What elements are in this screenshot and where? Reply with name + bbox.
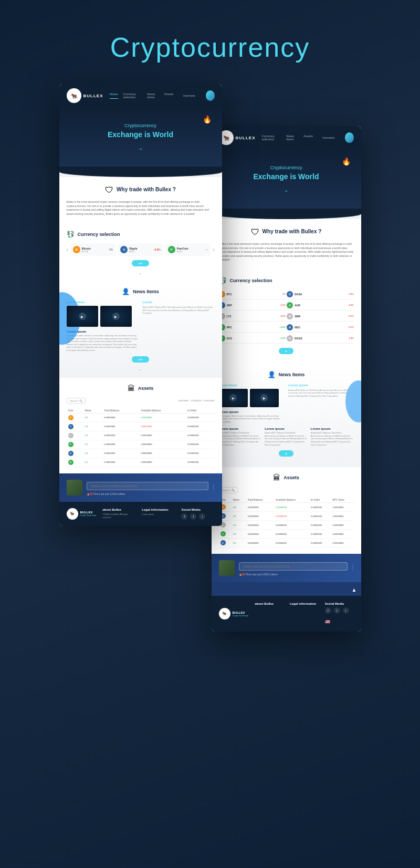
video-thumb-2-right[interactable]: ▶: [250, 389, 279, 407]
social-fb-left[interactable]: f: [181, 513, 187, 520]
row-total-xmr-right: 0.00000000: [246, 512, 274, 521]
news-category-right: Latest News: [219, 384, 285, 387]
coin-change-dash-right: -5.4%: [325, 293, 354, 295]
news-item-1-right: Lorem ipsum BalanceBTC Balance Total New…: [219, 427, 262, 446]
footer-col-legal-right: Legal information: [290, 602, 319, 625]
social-ig-left[interactable]: i: [199, 513, 205, 520]
news-category-left: Latest News: [67, 301, 139, 304]
row-total-ltc-left: 0.00000000: [102, 431, 139, 440]
coin-card-xrp[interactable]: X Ripple $0.31 -3.8%: [118, 243, 163, 256]
news-content-left: Latest News ▶ ▶ Lorem ipsum Lorem ipsum …: [67, 301, 215, 352]
nav-currency-right[interactable]: Currency selection: [262, 135, 281, 141]
why-text-right: Bullex is the most advanced crypto curre…: [219, 242, 354, 262]
scroll-up-right: ▲: [212, 582, 361, 596]
row-name-aud-left: OK: [83, 458, 103, 467]
footer-col-social-left: Social Media f t i: [181, 508, 214, 520]
currency-row-xmr-right[interactable]: M XMR -1.2%: [287, 312, 354, 322]
news-item-2-right: Lorem ipsum BalanceBTC Balance Total New…: [265, 427, 308, 446]
video-thumb-1[interactable]: ▶: [67, 306, 98, 327]
hero-subtitle-left: Cryptocurrency: [67, 123, 215, 128]
news-right-text-right: BalanceBTC Balance Total News Announceme…: [288, 389, 354, 398]
row-total-ltc-right: 0.00000000: [246, 521, 274, 530]
footer-col-about-left: about Bullex © Bullex by Bullex All righ…: [102, 508, 135, 520]
currency-row-dash-right[interactable]: D DASH -5.4%: [287, 290, 354, 299]
why-title-left: Why trade with Bullex ?: [117, 187, 176, 192]
currency-row-xvg-right[interactable]: V XVG +1.2%: [219, 334, 286, 344]
nav-bar-left: 🐂 BULLEX Home Currency selection News it…: [59, 84, 222, 107]
carousel-prev-left[interactable]: ‹: [67, 247, 68, 253]
cta-fb-icon-left[interactable]: f: [213, 483, 215, 492]
news-show-more-right[interactable]: ▲: [279, 450, 294, 457]
cta-fb-icon-right[interactable]: f: [352, 564, 354, 572]
coin-icon-doge-right: D: [287, 335, 293, 342]
currency-show-more-left[interactable]: see: [132, 260, 149, 266]
row-avail-aud-left: 0.00000000: [139, 458, 186, 467]
row-order-ppc-right: 0.00000000: [309, 530, 331, 539]
news-icon-left: 👤: [122, 288, 130, 295]
nav-home[interactable]: Home: [110, 92, 118, 99]
currency-row-xrp-right[interactable]: X XRP -0.5%: [219, 301, 286, 311]
assets-table-right: Coin Name Total Balance Available Balanc…: [219, 498, 354, 547]
nav-links-right: Currency selection News items Assets: [262, 135, 313, 141]
cta-content-right: 🔥❤️ First Last and 13321 others: [239, 560, 348, 576]
nav-news[interactable]: News items: [147, 92, 159, 99]
video-thumb-2[interactable]: ▶: [100, 306, 132, 327]
scroll-up-icon-right[interactable]: ▲: [352, 587, 357, 593]
nav-links-left: Home Currency selection News items Asset…: [110, 92, 174, 99]
coin-card-ppc[interactable]: P PeerCoin $1.20 —: [165, 243, 211, 256]
nav-currency[interactable]: Currency selection: [123, 92, 142, 99]
currency-row-ppc-right[interactable]: P PPC +2.8%: [219, 323, 286, 333]
nav-logo-right: 🐂 BULLEX: [219, 130, 256, 145]
coin-name-neo-right: NEO: [295, 326, 323, 329]
carousel-next-left[interactable]: ›: [213, 247, 214, 253]
assets-filter-left: 0.00000000 0.00000000 0.00000000: [177, 399, 214, 402]
currency-show-more-right[interactable]: ▲: [279, 348, 294, 354]
coin-change-aur-right: -4.4%: [325, 304, 354, 306]
search-placeholder-right: Search: [222, 489, 230, 492]
logo-text-left: BULLEX: [83, 94, 103, 98]
coin-change-btc-right: 0%: [257, 293, 286, 295]
currency-row-neo-right[interactable]: N NEO -0.5%: [287, 323, 354, 333]
row-coin-btc-left: B: [68, 415, 74, 420]
row-btc-btc-right: 0.00000000: [331, 503, 353, 512]
row-avail-das-left: 0.00000000: [139, 449, 186, 458]
wave-top-left: [59, 167, 222, 177]
currency-row-btc-right[interactable]: B BTC 0%: [219, 290, 286, 299]
currency-row-ltc-right[interactable]: L LTC -0.8%: [219, 312, 286, 322]
social-tw-right[interactable]: t: [334, 607, 340, 614]
video-thumb-1-right[interactable]: ▶: [219, 389, 248, 407]
hero-flame-right: 🔥: [342, 157, 351, 166]
hero-flame-left: 🔥: [203, 115, 212, 123]
footer-col-text-legal-left: Lorem ipsum: [142, 513, 175, 516]
row-avail-xmr-right: 0.00000000: [274, 512, 309, 521]
row-total-das-left: 0.00000000: [102, 449, 139, 458]
footer-col-title-about-right: about Bullex: [255, 602, 284, 605]
news-show-more-left[interactable]: see: [132, 356, 149, 363]
social-tw-left[interactable]: t: [190, 513, 196, 520]
row-coin-xmr-left: X: [68, 424, 74, 429]
news-left-col-right: Latest News ▶ ▶ Lorem ipsum Lorem ipsum …: [219, 384, 285, 423]
nav-assets[interactable]: Assets: [164, 92, 174, 99]
coin-price-ppc: $1.20: [177, 250, 204, 253]
coin-card-btc[interactable]: B Bitcoin $7,210 0%: [70, 243, 116, 256]
nav-assets-right[interactable]: Assets: [303, 135, 313, 141]
cta-input-right[interactable]: [239, 562, 348, 571]
footer-social-right: f t i: [325, 607, 354, 614]
row-order-ltc-right: 0.00000000: [309, 521, 331, 530]
search-box-left[interactable]: Search 🔍: [67, 398, 86, 404]
cta-text-left: 🔥❤️ First Last and 12323 others: [87, 492, 208, 495]
hero-subtitle-right: Cryptocurrency: [219, 165, 354, 170]
row-total-aud-left: 0.00000000: [102, 458, 139, 467]
social-fb-right[interactable]: f: [325, 607, 331, 614]
row-total-ppc-left: 0.00000000: [102, 440, 139, 449]
currency-row-doge-right[interactable]: D DOGE -1.4%: [287, 334, 354, 344]
currency-row-aur-right[interactable]: A AUR -4.4%: [287, 301, 354, 311]
row-avail-ltc-right: 0.00000000: [274, 521, 309, 530]
nav-news-right[interactable]: News items: [286, 135, 298, 141]
social-ig-right[interactable]: i: [343, 607, 349, 614]
row-order-btc-left: 0.00000000: [186, 413, 215, 422]
th-order-left: In Order: [186, 408, 215, 414]
cta-input-left[interactable]: [87, 482, 208, 490]
row-name-ltc-left: OK: [83, 431, 103, 440]
news-item-text-left-right: Lorem ipsum dolor sit amet, consectetur …: [219, 415, 285, 423]
